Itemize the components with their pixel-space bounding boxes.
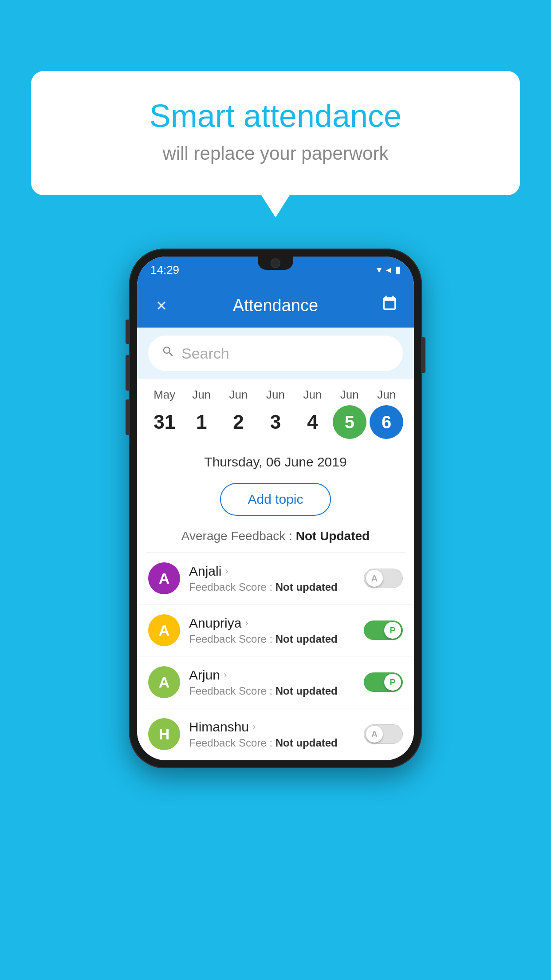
avatar: A <box>148 562 180 594</box>
attendance-toggle[interactable]: P <box>364 620 403 640</box>
student-feedback: Feedback Score : Not updated <box>189 633 355 645</box>
battery-icon: ▮ <box>395 264 401 276</box>
chevron-right-icon: › <box>245 617 248 629</box>
search-bar-container: Search <box>137 328 414 379</box>
search-bar[interactable]: Search <box>148 336 403 371</box>
search-placeholder: Search <box>181 345 229 362</box>
wifi-icon: ▾ <box>377 264 382 276</box>
add-topic-button[interactable]: Add topic <box>220 483 331 516</box>
student-info: Anjali ›Feedback Score : Not updated <box>189 564 355 593</box>
avatar: A <box>148 614 180 646</box>
calendar-day[interactable]: Jun2 <box>221 388 256 439</box>
speech-bubble: Smart attendance will replace your paper… <box>31 71 520 195</box>
list-item[interactable]: AAnjali ›Feedback Score : Not updatedA <box>137 553 414 605</box>
chevron-right-icon: › <box>225 565 228 577</box>
phone-outer: 14:29 ▾ ◂ ▮ × Attendance <box>129 249 422 768</box>
chevron-right-icon: › <box>224 669 227 681</box>
attendance-toggle[interactable]: A <box>364 724 403 744</box>
phone-wrapper: 14:29 ▾ ◂ ▮ × Attendance <box>129 249 422 768</box>
phone-notch <box>258 257 293 270</box>
speech-bubble-container: Smart attendance will replace your paper… <box>31 71 520 195</box>
feedback-label: Average Feedback : <box>181 529 296 543</box>
signal-icon: ◂ <box>386 264 391 276</box>
phone-screen: 14:29 ▾ ◂ ▮ × Attendance <box>137 257 414 760</box>
calendar-day[interactable]: Jun6 <box>369 388 404 439</box>
app-title: Attendance <box>173 296 378 315</box>
calendar-day[interactable]: Jun3 <box>258 388 293 439</box>
calendar-day[interactable]: Jun1 <box>184 388 219 439</box>
search-icon <box>161 345 175 362</box>
student-list: AAnjali ›Feedback Score : Not updatedAAA… <box>137 553 414 760</box>
date-header: Thursday, 06 June 2019 <box>137 443 414 476</box>
student-name: Anjali › <box>189 564 355 579</box>
status-icons: ▾ ◂ ▮ <box>377 264 401 276</box>
power-button <box>422 337 425 373</box>
volume-silent-button <box>126 320 129 344</box>
student-feedback: Feedback Score : Not updated <box>189 685 355 697</box>
feedback-value: Not Updated <box>296 529 370 543</box>
chevron-right-icon: › <box>252 721 256 733</box>
bubble-title: Smart attendance <box>67 98 484 134</box>
calendar-row: May31Jun1Jun2Jun3Jun4Jun5Jun6 <box>137 388 414 439</box>
add-topic-container: Add topic <box>137 476 414 525</box>
feedback-summary: Average Feedback : Not Updated <box>137 525 414 552</box>
selected-date: Thursday, 06 June 2019 <box>204 454 346 469</box>
list-item[interactable]: AArjun ›Feedback Score : Not updatedP <box>137 656 414 708</box>
student-feedback: Feedback Score : Not updated <box>189 581 355 593</box>
student-name: Arjun › <box>189 668 355 683</box>
student-info: Arjun ›Feedback Score : Not updated <box>189 668 355 697</box>
attendance-toggle[interactable]: P <box>364 672 403 692</box>
volume-down-button <box>126 399 129 435</box>
list-item[interactable]: HHimanshu ›Feedback Score : Not updatedA <box>137 708 414 760</box>
app-bar: × Attendance <box>137 283 414 328</box>
volume-up-button <box>126 355 129 391</box>
status-time: 14:29 <box>150 263 179 277</box>
calendar-icon[interactable] <box>378 295 401 316</box>
calendar-day[interactable]: Jun4 <box>295 388 330 439</box>
calendar-day[interactable]: May31 <box>147 388 182 439</box>
attendance-toggle[interactable]: A <box>364 569 403 588</box>
avatar: H <box>148 718 180 750</box>
calendar-section: May31Jun1Jun2Jun3Jun4Jun5Jun6 <box>137 379 414 443</box>
student-name: Anupriya › <box>189 616 355 631</box>
camera <box>271 258 280 268</box>
close-button[interactable]: × <box>150 296 173 316</box>
student-info: Anupriya ›Feedback Score : Not updated <box>189 616 355 645</box>
bubble-subtitle: will replace your paperwork <box>67 143 484 164</box>
list-item[interactable]: AAnupriya ›Feedback Score : Not updatedP <box>137 605 414 656</box>
student-info: Himanshu ›Feedback Score : Not updated <box>189 719 355 749</box>
student-feedback: Feedback Score : Not updated <box>189 737 355 749</box>
avatar: A <box>148 666 180 698</box>
student-name: Himanshu › <box>189 719 355 735</box>
calendar-day[interactable]: Jun5 <box>332 388 367 439</box>
